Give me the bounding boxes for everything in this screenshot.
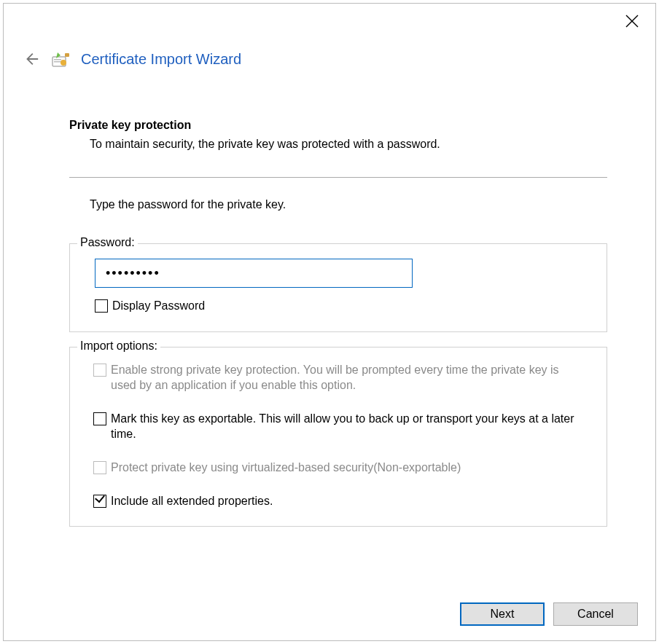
svg-rect-6 [65,53,69,57]
display-password-label: Display Password [112,298,205,314]
close-button[interactable] [625,14,639,31]
wizard-content: Private key protection To maintain secur… [4,69,655,527]
password-fieldset: Password: Display Password [69,243,607,332]
option-strong-protection-label: Enable strong private key protection. Yo… [111,362,577,393]
display-password-checkbox[interactable] [95,299,108,313]
option-strong-protection: Enable strong private key protection. Yo… [93,362,592,393]
page-heading: Private key protection [69,119,607,132]
option-vbs: Protect private key using virtualized-ba… [93,460,592,476]
certificate-icon [52,51,71,67]
instruction-text: Type the password for the private key. [90,198,607,211]
option-vbs-label: Protect private key using virtualized-ba… [111,460,461,476]
divider [69,177,607,178]
wizard-footer: Next Cancel [460,602,638,626]
wizard-title: Certificate Import Wizard [81,51,241,68]
option-extended-properties[interactable]: Include all extended properties. [93,493,592,509]
option-extended-properties-checkbox[interactable] [93,495,106,508]
back-arrow-icon [23,51,39,67]
cancel-button[interactable]: Cancel [553,602,638,626]
import-options-fieldset: Import options: Enable strong private ke… [69,347,607,527]
option-strong-protection-checkbox [93,364,106,377]
next-button[interactable]: Next [460,602,545,626]
option-exportable-checkbox[interactable] [93,412,106,425]
svg-rect-4 [54,61,61,63]
option-extended-properties-label: Include all extended properties. [111,493,273,509]
import-options-legend: Import options: [77,339,160,353]
back-button[interactable] [21,49,42,69]
display-password-row[interactable]: Display Password [95,298,592,314]
close-icon [625,14,639,28]
wizard-header: Certificate Import Wizard [4,4,655,69]
page-subheading: To maintain security, the private key wa… [90,138,607,151]
option-vbs-checkbox [93,461,106,474]
option-exportable-label: Mark this key as exportable. This will a… [111,411,577,442]
password-input[interactable] [95,259,413,288]
password-legend: Password: [77,236,138,249]
wizard-dialog: Certificate Import Wizard Private key pr… [3,3,656,641]
svg-point-5 [61,60,66,66]
option-exportable[interactable]: Mark this key as exportable. This will a… [93,411,592,442]
svg-rect-3 [54,59,61,60]
